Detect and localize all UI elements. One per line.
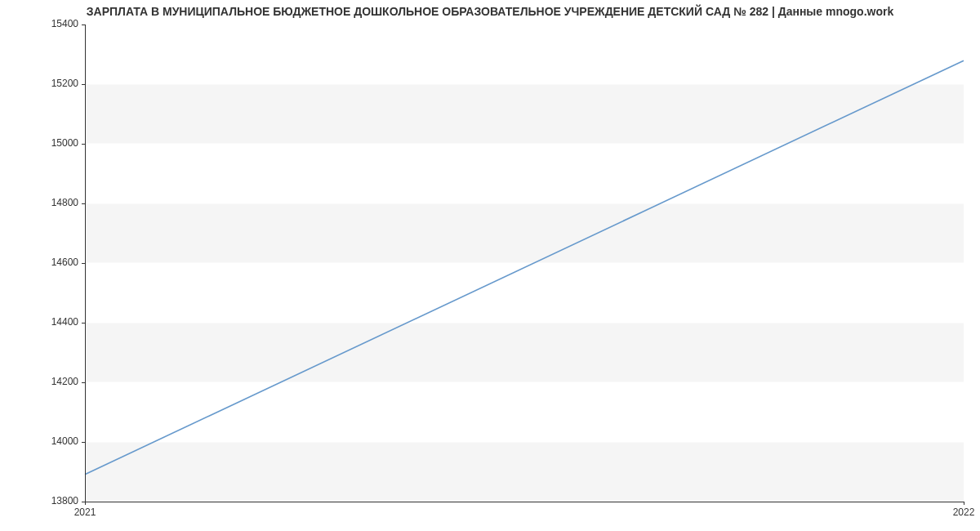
y-ticks: 13800 14000 14200 14400 14600 14800 1500… [51, 18, 85, 506]
chart-title: ЗАРПЛАТА В МУНИЦИПАЛЬНОЕ БЮДЖЕТНОЕ ДОШКО… [0, 5, 980, 18]
grid-band [85, 144, 964, 203]
chart-container: ЗАРПЛАТА В МУНИЦИПАЛЬНОЕ БЮДЖЕТНОЕ ДОШКО… [0, 0, 980, 531]
y-tick-label: 14200 [51, 376, 79, 387]
y-tick-label: 15200 [51, 78, 79, 89]
y-tick-label: 15000 [51, 137, 79, 149]
plot-area [85, 25, 964, 502]
y-tick-label: 14000 [51, 435, 79, 447]
x-tick-label: 2021 [74, 506, 96, 518]
y-tick-label: 14600 [51, 257, 79, 268]
chart-svg: 13800 14000 14200 14400 14600 14800 1500… [0, 0, 980, 531]
x-ticks: 2021 2022 [74, 502, 975, 518]
grid-band [85, 263, 964, 323]
grid-band [85, 25, 964, 84]
y-tick-label: 14800 [51, 197, 79, 208]
y-tick-label: 14400 [51, 316, 79, 328]
y-tick-label: 15400 [51, 18, 79, 29]
x-tick-label: 2022 [953, 506, 975, 518]
y-tick-label: 13800 [51, 495, 79, 506]
